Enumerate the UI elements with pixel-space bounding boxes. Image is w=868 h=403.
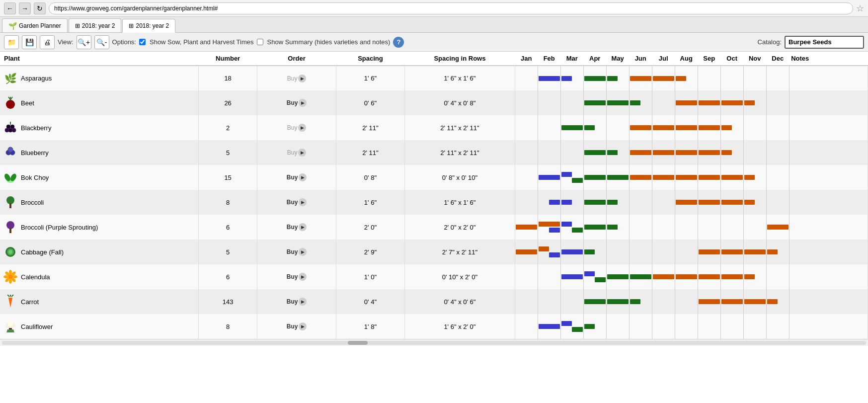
tabs-row: 🌱 Garden Planner ⊞ 2018: year 2 ⊞ 2018: …	[0, 17, 868, 33]
month-cell-may	[606, 289, 629, 314]
plant-order[interactable]: Buy ▶	[257, 165, 336, 190]
plant-icon	[3, 269, 18, 284]
plant-icon	[3, 319, 18, 334]
help-button[interactable]: ?	[393, 37, 404, 48]
play-icon[interactable]: ▶	[299, 248, 307, 256]
month-cell-dec	[766, 190, 789, 215]
plant-order[interactable]: Buy ▶	[257, 115, 336, 140]
header-sep: Sep	[698, 52, 720, 66]
plant-name-cell: Cabbage (Fall)	[0, 240, 198, 264]
table-row: Cabbage (Fall) 5 Buy ▶ 2' 9" 2' 7" x 2' …	[0, 240, 868, 264]
month-cell-aug	[675, 165, 698, 190]
tab-garden-planner[interactable]: 🌱 Garden Planner	[2, 18, 68, 32]
month-cell-jun	[629, 190, 652, 215]
plant-order[interactable]: Buy ▶	[257, 314, 336, 339]
month-cell-aug	[675, 240, 698, 264]
plant-order[interactable]: Buy ▶	[257, 240, 336, 264]
back-button[interactable]: ←	[4, 2, 16, 14]
plant-order[interactable]: Buy ▶	[257, 190, 336, 215]
show-sow-checkbox[interactable]	[139, 39, 146, 45]
catalog-select[interactable]: Burpee Seeds Other Catalog	[785, 36, 864, 49]
scrollbar-track[interactable]	[2, 341, 866, 345]
play-icon[interactable]: ▶	[299, 223, 307, 231]
plant-name: Bok Choy	[21, 174, 49, 181]
month-cell-jan	[515, 140, 538, 165]
tab-year2-1[interactable]: ⊞ 2018: year 2	[69, 18, 122, 32]
plant-notes	[789, 66, 868, 90]
plant-name-cell: Carrot	[0, 289, 198, 314]
folder-button[interactable]: 📁	[4, 35, 19, 49]
plant-order[interactable]: Buy ▶	[257, 264, 336, 289]
month-cell-jun	[629, 289, 652, 314]
month-cell-jul	[652, 90, 675, 115]
play-icon[interactable]: ▶	[299, 298, 307, 306]
month-cell-oct	[720, 115, 743, 140]
play-icon[interactable]: ▶	[299, 322, 307, 330]
plant-icon	[3, 170, 18, 185]
month-cell-jan	[515, 240, 538, 264]
play-icon[interactable]: ▶	[298, 124, 306, 132]
month-cell-jun	[629, 240, 652, 264]
month-cell-mar	[560, 115, 583, 140]
plant-number: 8	[198, 190, 257, 215]
play-icon[interactable]: ▶	[299, 99, 307, 107]
play-icon[interactable]: ▶	[298, 75, 306, 82]
month-cell-may	[606, 90, 629, 115]
month-cell-apr	[583, 66, 606, 90]
plant-order[interactable]: Buy ▶	[257, 215, 336, 240]
month-cell-jul	[652, 165, 675, 190]
month-cell-feb	[538, 140, 560, 165]
header-may: May	[606, 52, 629, 66]
month-cell-oct	[720, 215, 743, 240]
month-cell-jun	[629, 90, 652, 115]
play-icon[interactable]: ▶	[299, 173, 307, 181]
tab-year2-2[interactable]: ⊞ 2018: year 2	[122, 19, 175, 33]
print-button[interactable]: 🖨	[40, 35, 55, 49]
plant-number: 15	[198, 165, 257, 190]
plant-spacing-rows: 0' 8" x 0' 10"	[405, 165, 515, 190]
month-cell-feb	[538, 90, 560, 115]
zoom-out-button[interactable]: 🔍-	[94, 35, 109, 49]
bookmark-star[interactable]: ☆	[856, 3, 864, 14]
plant-name-cell: Cauliflower	[0, 314, 198, 339]
month-cell-may	[606, 115, 629, 140]
month-cell-mar	[560, 264, 583, 289]
refresh-button[interactable]: ↻	[34, 2, 46, 14]
month-cell-oct	[720, 140, 743, 165]
forward-button[interactable]: →	[19, 2, 31, 14]
plant-order[interactable]: Buy ▶	[257, 289, 336, 314]
month-cell-jul	[652, 264, 675, 289]
url-bar[interactable]	[49, 2, 853, 14]
zoom-in-button[interactable]: 🔍+	[77, 35, 91, 49]
plant-spacing: 2' 0"	[336, 215, 404, 240]
header-jul: Jul	[652, 52, 675, 66]
month-cell-jan	[515, 66, 538, 90]
month-cell-nov	[743, 314, 766, 339]
play-icon[interactable]: ▶	[298, 149, 306, 157]
play-icon[interactable]: ▶	[299, 273, 307, 281]
show-summary-checkbox[interactable]	[257, 39, 263, 45]
plant-spacing: 1' 6"	[336, 190, 404, 215]
header-feb: Feb	[538, 52, 560, 66]
svg-point-26	[12, 275, 17, 278]
scrollbar-thumb[interactable]	[348, 341, 368, 345]
toolbar: 📁 💾 🖨 View: 🔍+ 🔍- Options: Show Sow, Pla…	[0, 33, 868, 52]
header-notes: Notes	[789, 52, 868, 66]
month-cell-jan	[515, 264, 538, 289]
buy-label: Buy	[287, 199, 298, 206]
plant-name-cell: 🌿 Asparagus	[0, 66, 198, 90]
svg-point-7	[5, 128, 9, 132]
month-cell-apr	[583, 289, 606, 314]
month-cell-mar	[560, 314, 583, 339]
plant-order[interactable]: Buy ▶	[257, 90, 336, 115]
horizontal-scrollbar[interactable]	[0, 339, 868, 346]
play-icon[interactable]: ▶	[299, 198, 307, 206]
svg-point-8	[12, 128, 16, 132]
month-cell-apr	[583, 215, 606, 240]
save-button[interactable]: 💾	[22, 35, 37, 49]
plant-order[interactable]: Buy ▶	[257, 66, 336, 90]
plant-name-cell: Broccoli	[0, 190, 198, 215]
month-cell-sep	[698, 165, 720, 190]
plant-spacing-rows: 2' 11" x 2' 11"	[405, 140, 515, 165]
plant-order[interactable]: Buy ▶	[257, 140, 336, 165]
